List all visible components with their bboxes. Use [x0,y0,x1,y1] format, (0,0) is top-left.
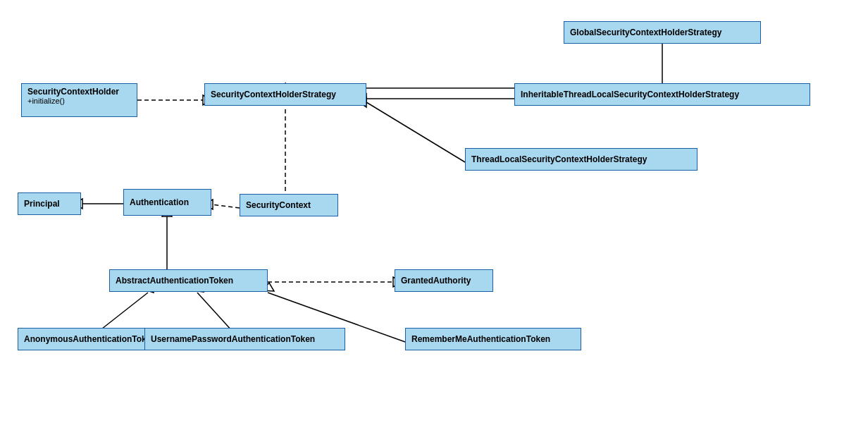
box-inheritable-thread-local: InheritableThreadLocalSecurityContextHol… [514,83,810,106]
box-username-password-authentication-token: UsernamePasswordAuthenticationToken [144,328,345,350]
box-security-context-holder: SecurityContextHolder +initialize() [21,83,137,117]
box-remember-me-authentication-token: RememberMeAuthenticationToken [405,328,581,350]
svg-line-20 [99,293,148,331]
box-thread-local: ThreadLocalSecurityContextHolderStrategy [465,148,698,171]
box-principal: Principal [18,192,81,215]
box-security-context: SecurityContext [240,194,338,216]
svg-line-11 [211,204,240,208]
box-security-context-holder-strategy: SecurityContextHolderStrategy [204,83,366,106]
uml-diagram: SecurityContextHolderStrategy --> Securi… [0,0,868,423]
box-abstract-authentication-token: AbstractAuthenticationToken [109,269,268,292]
box-global-security-context-holder-strategy: GlobalSecurityContextHolderStrategy [564,21,761,44]
security-context-holder-method: +initialize() [27,97,65,105]
svg-line-5 [366,102,465,162]
box-granted-authority: GrantedAuthority [395,269,493,292]
box-authentication: Authentication [123,189,211,216]
svg-line-22 [197,293,232,331]
